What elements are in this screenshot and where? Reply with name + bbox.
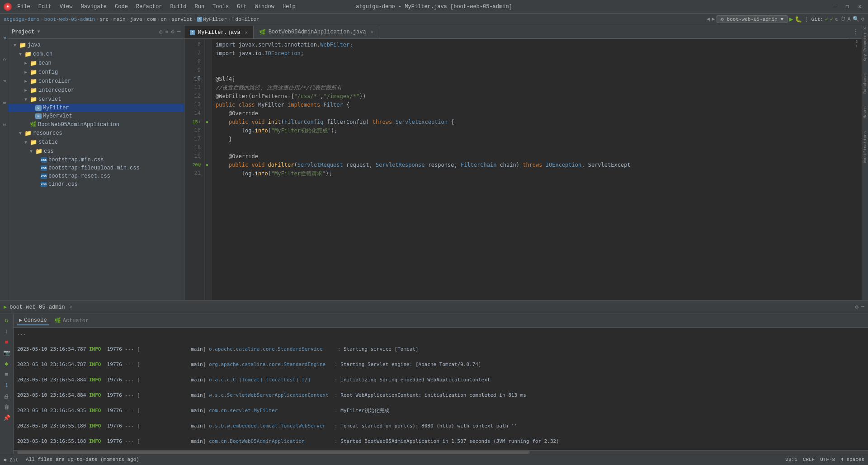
tab-bootweb[interactable]: 🌿 BootWeb05AdminApplication.java ✕ (254, 26, 379, 38)
menu-window[interactable]: Window (251, 3, 278, 11)
tree-item-resources[interactable]: ▼ 📁 resources (8, 129, 184, 138)
close-button[interactable]: ✕ (855, 3, 864, 10)
vcs-forward-button[interactable]: ► (712, 16, 715, 23)
git-branch[interactable]: ✱ Git (4, 457, 19, 463)
code-line-13: public class MyFilter implements Filter … (216, 101, 852, 109)
project-locate[interactable]: ◎ (159, 28, 162, 35)
pull-requests-icon[interactable]: P (0, 72, 8, 90)
log-line-5: 2023-05-10 23:16:54.935 INFO 19776 --- [… (17, 399, 864, 414)
cursor-position[interactable]: 23:1 (785, 457, 797, 462)
tree-item-config[interactable]: ► 📁 config (8, 68, 184, 77)
tab-myfilter[interactable]: C MyFilter.java ✕ (184, 26, 254, 38)
actuator-tab[interactable]: 🌿 Actuator (52, 316, 91, 325)
code-line-19: @Override (216, 152, 852, 161)
console-scrollbar[interactable] (14, 450, 868, 454)
filter-button[interactable]: ≡ (2, 370, 11, 379)
code-editor: 6 7 8 9 10 11 12 13 14 15 ↑ 16 17 18 19 … (184, 39, 862, 300)
menu-view[interactable]: View (56, 3, 76, 11)
tree-item-css-folder[interactable]: ▼ 📁 css (8, 147, 184, 156)
menu-run[interactable]: Run (191, 3, 208, 11)
run-panel-header: ▶ boot-web-05-admin ✕ ⚙ — (0, 301, 868, 314)
run-button[interactable]: ▶ (789, 15, 793, 23)
run-panel-close[interactable]: ✕ (70, 305, 72, 310)
key-promoter-label[interactable]: Key Promoter X (863, 27, 868, 61)
tree-item-bootstrap-min[interactable]: css bootstrap.min.css (8, 156, 184, 164)
code-line-12: @WebFilter(urlPatterns={"/css/*","/image… (216, 92, 852, 101)
tree-item-bootstrap-fileupload[interactable]: css bootstrap-fileupload.min.css (8, 164, 184, 172)
git-push[interactable]: ✓ (830, 16, 833, 23)
menu-edit[interactable]: Edit (35, 3, 55, 11)
git-history[interactable]: ⏱ (840, 16, 846, 23)
trash-button[interactable]: 🗑 (2, 403, 11, 412)
settings-button[interactable]: ⚙ (861, 16, 864, 23)
tree-item-interceptor[interactable]: ► 📁 interceptor (8, 86, 184, 95)
project-dropdown[interactable]: ▼ (37, 29, 40, 34)
menu-refactor[interactable]: Refactor (132, 3, 166, 11)
bookmarks-icon[interactable]: B (0, 94, 8, 112)
tree-item-myservlet[interactable]: C MyServlet (8, 112, 184, 120)
toolbar: atguigu-demo › boot-web-05-admin › src ›… (0, 14, 868, 25)
menu-file[interactable]: File (14, 3, 34, 11)
structure-icon[interactable]: S (0, 116, 8, 134)
translate-button[interactable]: A (848, 16, 851, 23)
database-label[interactable]: Database (863, 74, 868, 94)
editor-tab-more[interactable]: ⋮ (849, 25, 862, 38)
encoding[interactable]: UTF-8 (820, 457, 835, 462)
print-button[interactable]: 🖨 (2, 392, 11, 401)
vcs-back-button[interactable]: ◄ (707, 16, 710, 23)
tree-item-bootweb[interactable]: 🌿 BootWeb05AdminApplication (8, 120, 184, 129)
tab-bootweb-close[interactable]: ✕ (371, 29, 373, 35)
menu-git[interactable]: Git (233, 3, 250, 11)
screenshot-button[interactable]: 📷 (2, 348, 11, 357)
indent-settings[interactable]: 4 spaces (840, 457, 864, 462)
breadcrumb-module[interactable]: boot-web-05-admin (44, 17, 95, 22)
menu-code[interactable]: Code (111, 3, 132, 11)
tree-item-java[interactable]: ▼ 📁 java (8, 41, 184, 50)
tree-item-bean[interactable]: ► 📁 bean (8, 59, 184, 68)
expand-button[interactable]: ✱ (2, 359, 11, 368)
run-panel-settings[interactable]: ⚙ (855, 304, 859, 310)
breadcrumb-project[interactable]: atguigu-demo (4, 17, 39, 22)
log-line-4: 2023-05-10 23:16:54.884 INFO 19776 --- [… (17, 384, 864, 399)
tree-item-bootstrap-reset[interactable]: css bootstrap-reset.css (8, 172, 184, 180)
git-fetch[interactable]: ↻ (835, 16, 838, 23)
tree-item-controller[interactable]: ► 📁 controller (8, 77, 184, 86)
menu-help[interactable]: Help (279, 3, 299, 11)
project-options[interactable]: ⚙ (171, 28, 175, 35)
tab-bootweb-icon: 🌿 (259, 29, 266, 36)
commit-icon[interactable]: C (0, 51, 8, 69)
code-content[interactable]: import javax.servlet.annotation.WebFilte… (212, 39, 855, 300)
menu-navigate[interactable]: Navigate (77, 3, 110, 11)
console-tab[interactable]: ▶ Console (17, 316, 49, 325)
debug-button[interactable]: 🐛 (795, 16, 802, 23)
minimize-button[interactable]: — (830, 3, 839, 10)
search-button[interactable]: 🔍 (853, 16, 859, 23)
toolbar-more[interactable]: ⋮ (804, 16, 809, 23)
tree-item-myfilter[interactable]: C MyFilter (8, 104, 184, 112)
tree-item-com-cn[interactable]: ▼ 📁 com.cn (8, 50, 184, 59)
tab-myfilter-close[interactable]: ✕ (245, 30, 248, 35)
project-collapse[interactable]: ≡ (165, 28, 168, 35)
scroll-down-button[interactable]: ↓ (2, 327, 11, 336)
log-output[interactable]: ... 2023-05-10 23:16:54.787 INFO 19776 -… (14, 328, 868, 450)
git-check[interactable]: ✓ (825, 16, 828, 23)
menu-tools[interactable]: Tools (209, 3, 232, 11)
code-line-7: import java.io.IOException; (216, 49, 852, 58)
tree-item-servlet[interactable]: ▼ 📁 servlet (8, 95, 184, 104)
maximize-button[interactable]: ❐ (843, 3, 852, 10)
line-separator[interactable]: CRLF (803, 457, 815, 462)
restart-button[interactable]: ↻ (2, 316, 11, 325)
run-panel-minimize[interactable]: — (861, 304, 864, 310)
notifications-label[interactable]: Notifications (863, 131, 868, 163)
gutter-markers: ● ● (205, 39, 212, 300)
tree-item-static[interactable]: ▼ 📁 static (8, 138, 184, 147)
maven-label[interactable]: Maven (863, 106, 868, 118)
stop-button[interactable]: ■ (2, 338, 11, 347)
pin-button[interactable]: 📌 (2, 413, 11, 423)
project-icon[interactable]: P (0, 29, 8, 47)
wrap-button[interactable]: ⤵ (2, 381, 11, 390)
menu-build[interactable]: Build (166, 3, 190, 11)
run-config-selector[interactable]: ⚙ boot-web-05-admin ▼ (717, 15, 788, 23)
project-minimize[interactable]: — (177, 28, 180, 35)
tree-item-clndr[interactable]: css clndr.css (8, 180, 184, 188)
